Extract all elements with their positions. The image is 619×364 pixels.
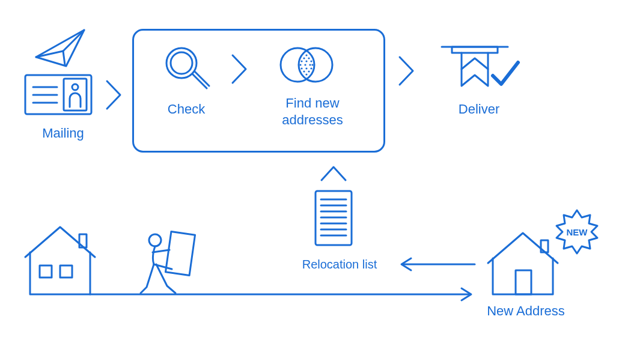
svg-point-11: [299, 48, 332, 82]
svg-point-15: [300, 60, 302, 62]
magnifier-icon: [166, 48, 209, 88]
house-icon: [25, 227, 95, 294]
deliver-label: Deliver: [446, 101, 512, 118]
svg-point-23: [305, 67, 307, 69]
new-address-label: New Address: [481, 303, 571, 320]
svg-point-22: [300, 67, 302, 69]
svg-rect-28: [452, 47, 498, 53]
svg-point-16: [305, 60, 307, 62]
svg-point-27: [305, 73, 307, 75]
svg-point-24: [310, 67, 312, 69]
mailing-card-icon: [25, 75, 91, 114]
svg-point-18: [299, 64, 301, 65]
relocation-label: Relocation list: [288, 257, 391, 272]
svg-point-13: [303, 57, 305, 59]
svg-point-20: [309, 64, 311, 65]
relocation-list-icon: [316, 191, 352, 245]
svg-point-25: [303, 70, 305, 72]
new-house-icon: [488, 233, 558, 294]
svg-point-14: [308, 57, 310, 59]
svg-point-12: [305, 54, 307, 56]
svg-rect-30: [60, 265, 72, 278]
svg-rect-29: [40, 265, 52, 278]
new-badge-text: NEW: [567, 227, 588, 237]
svg-point-7: [171, 52, 192, 74]
chevron-right-icon: [400, 57, 413, 85]
find-new-label: Find new addresses: [270, 95, 355, 128]
svg-rect-44: [516, 270, 531, 294]
paper-plane-icon: [36, 30, 84, 66]
mover-icon: [141, 232, 195, 293]
chevron-right-icon: [233, 55, 246, 83]
svg-point-21: [311, 64, 313, 65]
venn-icon: [281, 48, 332, 82]
chevron-right-icon: [107, 81, 120, 109]
check-label: Check: [156, 101, 216, 118]
deliver-icon: [442, 47, 518, 86]
mailing-label: Mailing: [30, 125, 96, 142]
arrow-left-icon: [401, 258, 475, 270]
svg-point-26: [308, 70, 310, 72]
svg-point-33: [149, 234, 161, 246]
svg-point-19: [304, 64, 306, 65]
svg-point-17: [310, 60, 312, 62]
chevron-up-icon: [322, 167, 346, 180]
svg-point-5: [72, 84, 78, 90]
